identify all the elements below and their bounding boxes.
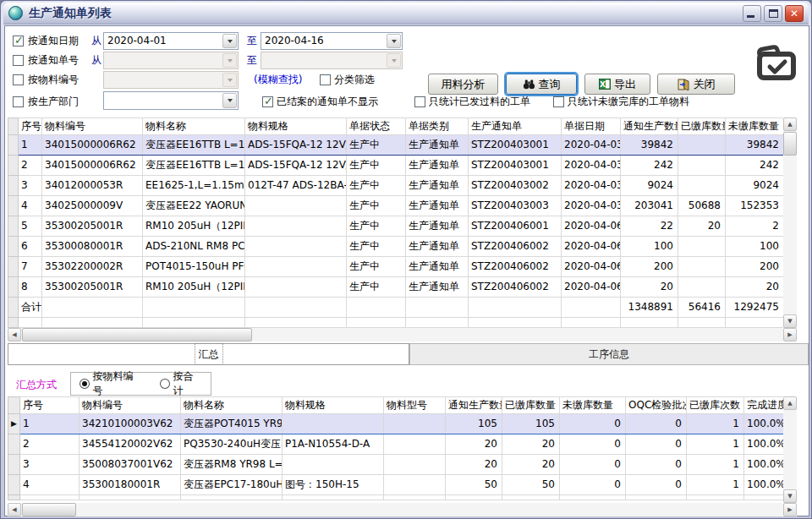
cell[interactable]: 生产通知单 xyxy=(406,216,469,237)
column-header[interactable]: 通知生产数量 xyxy=(621,118,678,135)
tab-summary[interactable]: 汇总 xyxy=(8,343,409,365)
cell[interactable] xyxy=(384,475,446,495)
only-issued-checkbox[interactable] xyxy=(414,96,425,107)
cell[interactable]: 生产通知单 xyxy=(406,196,469,216)
summary-vertical-scrollbar[interactable]: ▲ ▼ xyxy=(783,396,797,503)
cell[interactable]: 1 xyxy=(687,475,744,495)
cell[interactable] xyxy=(283,414,384,434)
cell[interactable]: 35302200002R xyxy=(42,257,143,277)
scroll-thumb[interactable] xyxy=(783,132,797,156)
date-from-combobox[interactable]: 2020-04-01 xyxy=(103,32,239,50)
only-unpaid-checkbox[interactable] xyxy=(553,96,564,107)
cell[interactable]: 变压器EPC17-180uH xyxy=(181,475,283,495)
title-bar[interactable]: 生产通知单列表 ✕ xyxy=(3,3,809,25)
tab-process-info[interactable]: 工序信息 xyxy=(409,343,809,365)
cell[interactable]: 0 xyxy=(560,414,626,434)
table-row[interactable]: 535300205001RRM10 205uH（12PIN生产中生产通知单STZ… xyxy=(8,216,784,237)
cell[interactable]: STZ200403001 xyxy=(469,135,562,156)
cell[interactable]: ADS-15FQA-12 12V/1 xyxy=(245,156,347,176)
cell[interactable]: 变压器EE16TTB L=1.0 xyxy=(143,135,245,156)
cell[interactable] xyxy=(245,298,347,318)
cell[interactable] xyxy=(143,298,245,318)
cell[interactable]: 200 xyxy=(726,257,784,277)
cell[interactable]: 2020-04-03 xyxy=(562,135,621,156)
cell[interactable]: STZ200403001 xyxy=(469,156,562,176)
chevron-down-icon[interactable] xyxy=(222,34,237,48)
cell[interactable]: 100.0% xyxy=(744,434,784,455)
cell[interactable]: 1 xyxy=(687,414,744,434)
column-header[interactable]: 物料名称 xyxy=(181,397,283,414)
main-horizontal-scrollbar[interactable]: ◀ ▶ xyxy=(8,328,797,341)
cell[interactable]: 152353 xyxy=(726,196,784,216)
scroll-right-icon[interactable]: ▶ xyxy=(783,328,797,341)
cell[interactable]: 35008037001V62 xyxy=(80,455,181,475)
cell[interactable]: 5 xyxy=(19,216,42,237)
cell[interactable]: 9024 xyxy=(726,176,784,196)
cell[interactable]: 35300205001R xyxy=(42,277,143,298)
column-header[interactable]: 单据日期 xyxy=(562,118,621,135)
radio-by-material[interactable]: 按物料编号 xyxy=(80,369,141,398)
cell[interactable]: 012T-47 ADS-12BA- xyxy=(245,176,347,196)
cell[interactable]: RM10 205uH（12PIN xyxy=(143,216,245,237)
column-header[interactable]: 物料编号 xyxy=(42,118,143,135)
column-header[interactable]: 生产通知单 xyxy=(469,118,562,135)
cell[interactable]: ADS-210NL RM8 PC4 xyxy=(143,237,245,257)
cell[interactable]: 生产中 xyxy=(347,196,406,216)
cell[interactable] xyxy=(245,257,347,277)
date-to-combobox[interactable]: 2020-04-16 xyxy=(261,32,403,50)
cell[interactable]: 39842 xyxy=(726,135,784,156)
cell[interactable]: 34210100003V62 xyxy=(80,414,181,434)
cell[interactable]: 生产通知单 xyxy=(406,237,469,257)
cell[interactable]: 0 xyxy=(626,475,687,495)
cell[interactable] xyxy=(245,277,347,298)
cell[interactable]: 生产中 xyxy=(347,257,406,277)
cell[interactable]: 203041 xyxy=(621,196,678,216)
scroll-down-icon[interactable]: ▼ xyxy=(783,489,797,503)
cell[interactable] xyxy=(42,298,143,318)
cell[interactable]: 2020-04-06 xyxy=(562,237,621,257)
cell[interactable]: 7 xyxy=(19,257,42,277)
cell[interactable]: 合计 xyxy=(19,298,42,318)
cell[interactable]: STZ200403003 xyxy=(469,196,562,216)
table-row[interactable]: 435300180001R变压器EPC17-180uH图号：150H-15505… xyxy=(8,475,784,495)
cell[interactable] xyxy=(678,176,726,196)
cell[interactable]: 34025000009V xyxy=(42,196,143,216)
scroll-thumb[interactable] xyxy=(22,328,252,341)
cell[interactable]: STZ200403002 xyxy=(469,176,562,196)
cell[interactable]: 35300205001R xyxy=(42,216,143,237)
radio-icon[interactable] xyxy=(80,379,90,389)
cell[interactable]: 图号：150H-15 xyxy=(283,475,384,495)
cell[interactable]: PQ3530-240uH变压器 xyxy=(181,434,283,455)
cell[interactable]: 34554120002V62 xyxy=(80,434,181,455)
cell[interactable]: 生产通知单 xyxy=(406,156,469,176)
cell[interactable]: EE1625-1,L=1.15mH xyxy=(143,176,245,196)
cell[interactable]: 0 xyxy=(626,414,687,434)
scroll-down-icon[interactable]: ▼ xyxy=(783,314,797,328)
cell[interactable] xyxy=(562,298,621,318)
cell[interactable]: 105 xyxy=(502,414,560,434)
cell[interactable]: 100 xyxy=(621,237,678,257)
scroll-right-icon[interactable]: ▶ xyxy=(783,503,797,516)
chevron-down-icon[interactable] xyxy=(387,34,401,48)
cell[interactable]: 生产通知单 xyxy=(406,277,469,298)
cell[interactable]: 242 xyxy=(621,156,678,176)
cell[interactable]: RM10 205uH（12PIN xyxy=(143,277,245,298)
cell[interactable]: 20 xyxy=(502,434,560,455)
cell[interactable]: 1 xyxy=(687,455,744,475)
cell[interactable]: 20 xyxy=(446,455,502,475)
cell[interactable] xyxy=(283,455,384,475)
cell[interactable]: 100.0% xyxy=(744,455,784,475)
cell[interactable]: 105 xyxy=(446,414,502,434)
column-header[interactable]: OQC检验批次 xyxy=(626,397,687,414)
cell[interactable]: 2 xyxy=(19,156,42,176)
department-combobox[interactable] xyxy=(103,91,239,110)
cell[interactable]: 100.0% xyxy=(744,475,784,495)
hide-closed-checkbox[interactable] xyxy=(262,96,273,107)
chevron-down-icon[interactable] xyxy=(222,93,237,108)
cell[interactable] xyxy=(347,298,406,318)
table-row[interactable]: 635300080001RADS-210NL RM8 PC4生产中生产通知单ST… xyxy=(8,237,784,257)
classify-filter-checkbox[interactable] xyxy=(320,74,331,85)
cell[interactable]: 生产中 xyxy=(347,135,406,156)
cell[interactable] xyxy=(406,298,469,318)
cell[interactable]: 2020-04-06 xyxy=(562,277,621,298)
